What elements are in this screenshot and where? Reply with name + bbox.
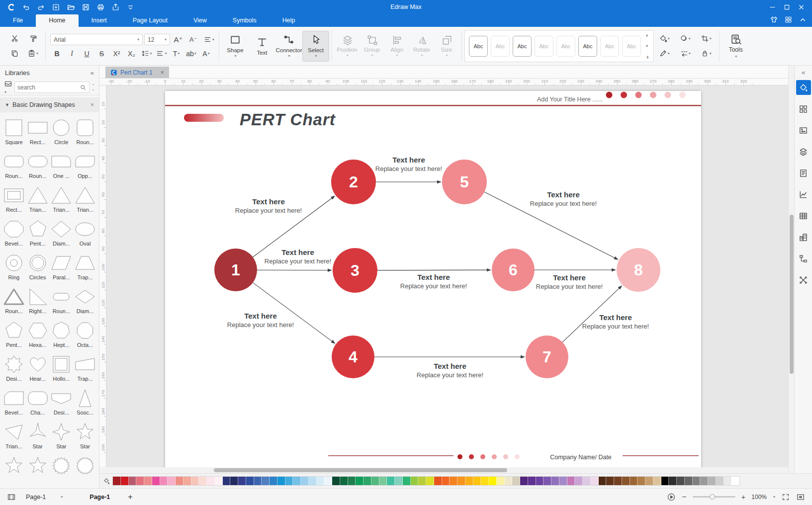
library-shape-star5[interactable] <box>2 454 26 488</box>
collapse-ribbon-button[interactable] <box>799 15 807 24</box>
menu-tab-insert[interactable]: Insert <box>79 14 120 27</box>
library-shape-one[interactable]: One ... <box>50 150 74 184</box>
menu-tab-home[interactable]: Home <box>36 14 78 27</box>
library-shape-opp[interactable]: Opp... <box>73 150 97 184</box>
color-swatch[interactable] <box>599 477 607 485</box>
color-swatch[interactable] <box>716 477 724 485</box>
text-tool-button[interactable]: Text <box>249 31 275 62</box>
color-swatch[interactable] <box>731 477 739 485</box>
library-shape-sosc[interactable]: Sosc... <box>73 387 97 421</box>
panel-components-icon[interactable] <box>796 101 811 116</box>
decrease-font-button[interactable]: A⁻ <box>186 34 200 45</box>
color-swatch[interactable] <box>262 477 270 485</box>
color-swatch[interactable] <box>136 477 144 485</box>
horizontal-scrollbar-thumb[interactable] <box>214 468 507 472</box>
page-tab[interactable]: Page-1 <box>90 494 110 501</box>
color-swatch[interactable] <box>426 477 434 485</box>
color-swatch[interactable] <box>160 477 168 485</box>
color-swatch[interactable] <box>403 477 411 485</box>
color-swatch[interactable] <box>285 477 293 485</box>
color-swatch[interactable] <box>176 477 183 485</box>
panel-floors-icon[interactable] <box>796 230 811 245</box>
color-swatch[interactable] <box>129 477 137 485</box>
library-shape-roun[interactable]: Roun... <box>2 285 26 319</box>
panel-fill-icon[interactable] <box>796 80 811 95</box>
no-fill-button[interactable] <box>102 477 110 485</box>
library-shape-rect[interactable]: Rect... <box>2 184 26 218</box>
menu-tab-help[interactable]: Help <box>270 14 308 27</box>
library-drawer-button[interactable]: ▾ <box>4 80 12 95</box>
panel-image-icon[interactable] <box>796 123 811 138</box>
zoom-dropdown-caret[interactable]: ▾ <box>773 495 775 499</box>
color-swatch[interactable] <box>567 477 575 485</box>
color-swatch[interactable] <box>465 477 473 485</box>
color-swatch[interactable] <box>700 477 708 485</box>
close-tab-icon[interactable]: × <box>161 69 164 76</box>
library-shape-roun[interactable]: Roun... <box>26 150 50 184</box>
color-swatch[interactable] <box>630 477 638 485</box>
menu-tab-file[interactable]: File <box>0 14 36 27</box>
color-swatch[interactable] <box>309 477 317 485</box>
panel-arrange-icon[interactable] <box>796 272 811 287</box>
library-shape-star[interactable]: Star <box>50 421 74 454</box>
zoom-slider-knob[interactable] <box>710 494 715 500</box>
bullet-list-button[interactable]: ▾ <box>155 48 168 59</box>
color-swatch[interactable] <box>505 477 513 485</box>
text-align-button[interactable]: ▾ <box>201 33 216 46</box>
library-shape-roun[interactable]: Roun... <box>2 150 26 184</box>
library-shape-square[interactable]: Square <box>2 116 26 150</box>
redo-button[interactable] <box>36 2 46 12</box>
color-swatch[interactable] <box>645 477 653 485</box>
theme-style-button[interactable] <box>770 15 778 24</box>
style-preset-5[interactable]: Abc <box>556 36 575 57</box>
library-shape-bevel[interactable]: Bevel... <box>2 218 26 252</box>
library-shape-ring[interactable]: Ring <box>2 252 26 285</box>
crop-button[interactable]: ▾ <box>699 32 714 45</box>
panel-layers-icon[interactable] <box>796 144 811 159</box>
color-swatch[interactable] <box>653 477 661 485</box>
color-swatch[interactable] <box>520 477 528 485</box>
collapse-libraries-button[interactable]: « <box>90 69 94 77</box>
color-swatch[interactable] <box>230 477 238 485</box>
color-swatch[interactable] <box>340 477 348 485</box>
add-page-button[interactable]: + <box>128 493 132 502</box>
color-swatch[interactable] <box>113 477 121 485</box>
color-swatch[interactable] <box>473 477 481 485</box>
maximize-button[interactable] <box>783 3 791 11</box>
library-shape-cha[interactable]: Cha... <box>26 387 50 421</box>
color-swatch[interactable] <box>637 477 645 485</box>
document-tab[interactable]: Pert Chart 1 × <box>105 67 169 78</box>
library-shape-hept[interactable]: Hept... <box>50 319 74 353</box>
zoom-level[interactable]: 100% <box>751 494 767 501</box>
library-shape-star[interactable]: Star <box>26 421 50 454</box>
menu-tab-view[interactable]: View <box>180 14 220 27</box>
connector-tool-button[interactable]: Connector▾ <box>275 31 302 62</box>
library-shape-gear[interactable] <box>73 454 97 488</box>
color-swatch[interactable] <box>254 477 262 485</box>
library-shape-bevel[interactable]: Bevel... <box>2 387 26 421</box>
color-swatch[interactable] <box>411 477 419 485</box>
color-swatch[interactable] <box>559 477 567 485</box>
lock-button[interactable]: ▾ <box>699 47 714 60</box>
customize-toolbar-button[interactable] <box>125 2 135 12</box>
color-swatch[interactable] <box>379 477 387 485</box>
color-swatch[interactable] <box>332 477 340 485</box>
library-shape-diam[interactable]: Diam... <box>73 285 97 319</box>
library-shape-sun[interactable] <box>50 454 74 488</box>
save-button[interactable] <box>81 2 90 12</box>
library-shape-pent[interactable]: Pent... <box>2 319 26 353</box>
color-swatch[interactable] <box>293 477 301 485</box>
line-style-button[interactable]: ▾ <box>678 47 693 60</box>
library-shape-pent[interactable]: Pent... <box>26 218 50 252</box>
zoom-out-button[interactable]: − <box>682 493 686 502</box>
library-shape-trap[interactable]: Trap... <box>73 252 97 285</box>
color-swatch[interactable] <box>536 477 544 485</box>
zoom-in-button[interactable]: + <box>741 493 746 501</box>
library-shape-star[interactable]: Star <box>73 421 97 454</box>
color-swatch[interactable] <box>669 477 677 485</box>
format-t-button[interactable]: T▾ <box>170 48 183 59</box>
menu-tab-page-layout[interactable]: Page Layout <box>120 14 180 27</box>
library-shape-oval[interactable]: Oval <box>73 218 97 252</box>
library-shape-circles[interactable]: Circles <box>26 252 50 285</box>
color-swatch[interactable] <box>121 477 129 485</box>
